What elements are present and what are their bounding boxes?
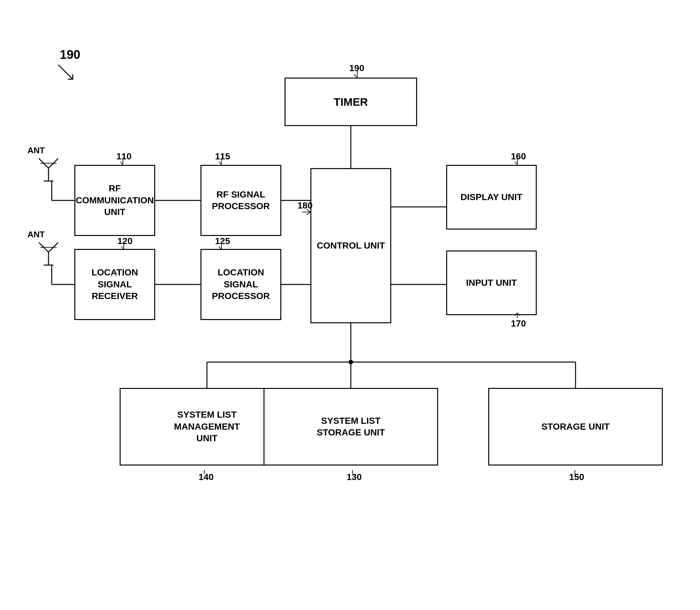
- rf-comm-box: RFCOMMUNICATIONUNIT: [74, 165, 155, 236]
- ant-label-2: ANT: [28, 229, 45, 240]
- ref-100: 190: [60, 48, 80, 62]
- input-unit-box: INPUT UNIT: [446, 251, 537, 315]
- svg-line-27: [515, 162, 517, 165]
- svg-line-18: [354, 74, 357, 78]
- ant-label-1: ANT: [28, 145, 45, 156]
- svg-line-34: [517, 313, 520, 316]
- sys-storage-box: SYSTEM LISTSTORAGE UNIT: [264, 388, 438, 466]
- svg-line-33: [515, 313, 517, 316]
- rf-signal-box: RF SIGNALPROCESSOR: [201, 165, 281, 236]
- ref-arrow-100: [55, 61, 81, 84]
- ref-arrow-170: [514, 312, 524, 321]
- antenna-1: [35, 155, 61, 184]
- control-unit-box: CONTROL UNIT: [311, 168, 391, 323]
- antenna-2: [35, 239, 61, 268]
- ref-arrow-190: [352, 70, 362, 80]
- ref-arrow-140: [202, 469, 211, 475]
- ref-arrow-110: [120, 158, 129, 167]
- svg-line-22: [219, 162, 222, 165]
- ref-arrow-125: [218, 243, 228, 252]
- svg-line-25: [306, 212, 311, 215]
- junction-dot: [349, 360, 353, 364]
- svg-line-31: [219, 246, 222, 250]
- ref-arrow-150: [572, 469, 582, 475]
- storage-unit-box: STORAGE UNIT: [488, 388, 663, 466]
- ref-arrow-120: [121, 243, 130, 252]
- location-proc-box: LOCATIONSIGNALPROCESSOR: [201, 249, 281, 320]
- svg-line-24: [306, 209, 311, 212]
- ref-arrow-130: [350, 469, 360, 475]
- ref-arrow-160: [514, 158, 524, 167]
- ref-arrow-115: [218, 158, 228, 167]
- svg-line-29: [121, 246, 124, 250]
- svg-line-16: [58, 65, 73, 79]
- svg-line-20: [120, 162, 123, 165]
- timer-box: TIMER: [285, 78, 417, 126]
- diagram: 190 TIMER 190 RFCOMMUNICATIONUNIT 110 RF…: [0, 0, 700, 610]
- location-recv-box: LOCATIONSIGNALRECEIVER: [74, 249, 155, 320]
- ref-arrow-180: [301, 208, 313, 216]
- display-unit-box: DISPLAY UNIT: [446, 165, 537, 229]
